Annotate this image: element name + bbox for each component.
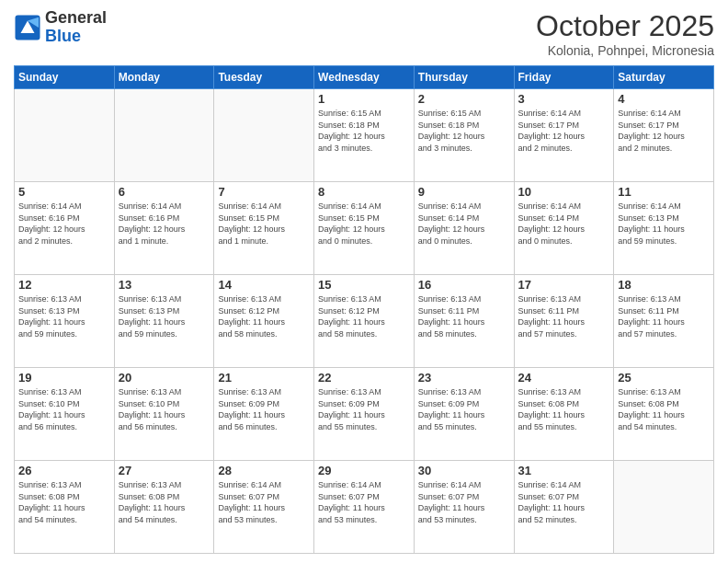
calendar-day-cell xyxy=(614,461,714,554)
page: General Blue October 2025 Kolonia, Pohnp… xyxy=(0,0,728,563)
day-info: Sunrise: 6:14 AM Sunset: 6:07 PM Dayligh… xyxy=(218,479,310,525)
day-info: Sunrise: 6:13 AM Sunset: 6:11 PM Dayligh… xyxy=(418,293,510,339)
location-title: Kolonia, Pohnpei, Micronesia xyxy=(536,43,714,58)
day-info: Sunrise: 6:13 AM Sunset: 6:09 PM Dayligh… xyxy=(318,386,410,432)
calendar-day-cell: 23Sunrise: 6:13 AM Sunset: 6:09 PM Dayli… xyxy=(414,368,514,461)
day-info: Sunrise: 6:14 AM Sunset: 6:16 PM Dayligh… xyxy=(18,201,110,247)
calendar-day-cell: 10Sunrise: 6:14 AM Sunset: 6:14 PM Dayli… xyxy=(514,182,614,275)
calendar-day-cell: 11Sunrise: 6:14 AM Sunset: 6:13 PM Dayli… xyxy=(614,182,714,275)
day-info: Sunrise: 6:13 AM Sunset: 6:13 PM Dayligh… xyxy=(18,293,110,339)
calendar-day-cell: 4Sunrise: 6:14 AM Sunset: 6:17 PM Daylig… xyxy=(614,89,714,182)
calendar-day-header: Friday xyxy=(514,66,614,89)
day-info: Sunrise: 6:14 AM Sunset: 6:07 PM Dayligh… xyxy=(318,479,410,525)
day-number: 2 xyxy=(418,92,510,106)
day-info: Sunrise: 6:14 AM Sunset: 6:17 PM Dayligh… xyxy=(618,108,710,154)
calendar-day-cell: 5Sunrise: 6:14 AM Sunset: 6:16 PM Daylig… xyxy=(15,182,115,275)
day-number: 5 xyxy=(18,185,110,199)
day-number: 1 xyxy=(318,92,410,106)
calendar-day-cell: 2Sunrise: 6:15 AM Sunset: 6:18 PM Daylig… xyxy=(414,89,514,182)
calendar-day-cell: 9Sunrise: 6:14 AM Sunset: 6:14 PM Daylig… xyxy=(414,182,514,275)
title-block: October 2025 Kolonia, Pohnpei, Micronesi… xyxy=(536,9,714,58)
day-number: 21 xyxy=(218,371,310,385)
calendar-day-header: Sunday xyxy=(15,66,115,89)
day-number: 27 xyxy=(119,464,210,477)
day-info: Sunrise: 6:13 AM Sunset: 6:12 PM Dayligh… xyxy=(218,293,310,339)
day-number: 16 xyxy=(418,278,510,292)
day-number: 15 xyxy=(318,278,410,292)
calendar-week-row: 19Sunrise: 6:13 AM Sunset: 6:10 PM Dayli… xyxy=(15,368,714,461)
day-number: 7 xyxy=(218,185,310,199)
day-info: Sunrise: 6:14 AM Sunset: 6:07 PM Dayligh… xyxy=(518,479,610,525)
day-number: 28 xyxy=(218,464,310,477)
calendar-day-cell: 3Sunrise: 6:14 AM Sunset: 6:17 PM Daylig… xyxy=(514,89,614,182)
calendar-day-cell: 31Sunrise: 6:14 AM Sunset: 6:07 PM Dayli… xyxy=(514,461,614,554)
day-info: Sunrise: 6:13 AM Sunset: 6:09 PM Dayligh… xyxy=(418,386,510,432)
calendar-day-cell: 13Sunrise: 6:13 AM Sunset: 6:13 PM Dayli… xyxy=(114,275,214,368)
day-number: 29 xyxy=(318,464,410,477)
calendar-day-header: Monday xyxy=(114,66,214,89)
day-number: 10 xyxy=(518,185,610,199)
calendar-day-cell: 27Sunrise: 6:13 AM Sunset: 6:08 PM Dayli… xyxy=(114,461,214,554)
day-number: 18 xyxy=(618,278,710,292)
day-info: Sunrise: 6:13 AM Sunset: 6:12 PM Dayligh… xyxy=(318,293,410,339)
day-info: Sunrise: 6:14 AM Sunset: 6:16 PM Dayligh… xyxy=(119,201,210,247)
month-title: October 2025 xyxy=(536,9,714,43)
calendar-header-row: SundayMondayTuesdayWednesdayThursdayFrid… xyxy=(15,66,714,89)
day-info: Sunrise: 6:13 AM Sunset: 6:10 PM Dayligh… xyxy=(119,386,210,432)
day-info: Sunrise: 6:14 AM Sunset: 6:14 PM Dayligh… xyxy=(418,201,510,247)
calendar-day-cell: 18Sunrise: 6:13 AM Sunset: 6:11 PM Dayli… xyxy=(614,275,714,368)
calendar-day-cell: 12Sunrise: 6:13 AM Sunset: 6:13 PM Dayli… xyxy=(15,275,115,368)
logo-icon xyxy=(14,14,41,41)
calendar-day-cell: 20Sunrise: 6:13 AM Sunset: 6:10 PM Dayli… xyxy=(114,368,214,461)
calendar-day-header: Saturday xyxy=(614,66,714,89)
calendar-day-header: Wednesday xyxy=(314,66,415,89)
day-number: 3 xyxy=(518,92,610,106)
calendar-day-cell: 21Sunrise: 6:13 AM Sunset: 6:09 PM Dayli… xyxy=(214,368,314,461)
calendar-day-cell: 7Sunrise: 6:14 AM Sunset: 6:15 PM Daylig… xyxy=(214,182,314,275)
day-number: 22 xyxy=(318,371,410,385)
calendar-day-cell: 14Sunrise: 6:13 AM Sunset: 6:12 PM Dayli… xyxy=(214,275,314,368)
day-info: Sunrise: 6:13 AM Sunset: 6:08 PM Dayligh… xyxy=(18,479,110,525)
day-number: 20 xyxy=(119,371,210,385)
logo: General Blue xyxy=(14,9,107,46)
day-number: 19 xyxy=(18,371,110,385)
day-info: Sunrise: 6:13 AM Sunset: 6:08 PM Dayligh… xyxy=(618,386,710,432)
day-info: Sunrise: 6:13 AM Sunset: 6:08 PM Dayligh… xyxy=(518,386,610,432)
day-number: 11 xyxy=(618,185,710,199)
day-number: 25 xyxy=(618,371,710,385)
day-info: Sunrise: 6:14 AM Sunset: 6:14 PM Dayligh… xyxy=(518,201,610,247)
day-info: Sunrise: 6:13 AM Sunset: 6:08 PM Dayligh… xyxy=(119,479,210,525)
day-number: 31 xyxy=(518,464,610,477)
calendar-week-row: 26Sunrise: 6:13 AM Sunset: 6:08 PM Dayli… xyxy=(15,461,714,554)
calendar-day-header: Tuesday xyxy=(214,66,314,89)
day-number: 12 xyxy=(18,278,110,292)
calendar-day-cell xyxy=(114,89,214,182)
calendar-day-cell xyxy=(15,89,115,182)
day-number: 14 xyxy=(218,278,310,292)
day-info: Sunrise: 6:13 AM Sunset: 6:10 PM Dayligh… xyxy=(18,386,110,432)
day-info: Sunrise: 6:14 AM Sunset: 6:15 PM Dayligh… xyxy=(218,201,310,247)
day-number: 9 xyxy=(418,185,510,199)
day-info: Sunrise: 6:14 AM Sunset: 6:17 PM Dayligh… xyxy=(518,108,610,154)
logo-text: General Blue xyxy=(45,9,107,46)
calendar-week-row: 5Sunrise: 6:14 AM Sunset: 6:16 PM Daylig… xyxy=(15,182,714,275)
day-info: Sunrise: 6:14 AM Sunset: 6:15 PM Dayligh… xyxy=(318,201,410,247)
calendar-day-cell xyxy=(214,89,314,182)
day-info: Sunrise: 6:13 AM Sunset: 6:09 PM Dayligh… xyxy=(218,386,310,432)
calendar-day-cell: 1Sunrise: 6:15 AM Sunset: 6:18 PM Daylig… xyxy=(314,89,415,182)
calendar-day-cell: 16Sunrise: 6:13 AM Sunset: 6:11 PM Dayli… xyxy=(414,275,514,368)
day-info: Sunrise: 6:14 AM Sunset: 6:13 PM Dayligh… xyxy=(618,201,710,247)
day-number: 4 xyxy=(618,92,710,106)
day-number: 26 xyxy=(18,464,110,477)
calendar-day-cell: 26Sunrise: 6:13 AM Sunset: 6:08 PM Dayli… xyxy=(15,461,115,554)
day-info: Sunrise: 6:13 AM Sunset: 6:11 PM Dayligh… xyxy=(618,293,710,339)
day-info: Sunrise: 6:15 AM Sunset: 6:18 PM Dayligh… xyxy=(418,108,510,154)
calendar-day-cell: 8Sunrise: 6:14 AM Sunset: 6:15 PM Daylig… xyxy=(314,182,415,275)
calendar-table: SundayMondayTuesdayWednesdayThursdayFrid… xyxy=(14,65,714,554)
day-number: 30 xyxy=(418,464,510,477)
day-number: 13 xyxy=(119,278,210,292)
logo-general-text: General xyxy=(45,8,107,27)
calendar-day-header: Thursday xyxy=(414,66,514,89)
day-info: Sunrise: 6:13 AM Sunset: 6:13 PM Dayligh… xyxy=(119,293,210,339)
calendar-day-cell: 19Sunrise: 6:13 AM Sunset: 6:10 PM Dayli… xyxy=(15,368,115,461)
